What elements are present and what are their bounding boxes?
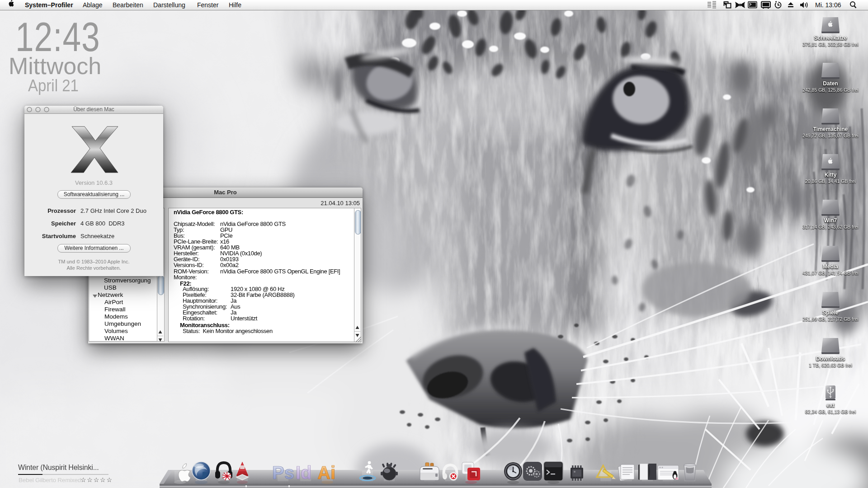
svg-text:Ps: Ps bbox=[272, 463, 294, 483]
svg-text:Id: Id bbox=[296, 463, 312, 483]
svg-text:Ai: Ai bbox=[317, 463, 335, 483]
